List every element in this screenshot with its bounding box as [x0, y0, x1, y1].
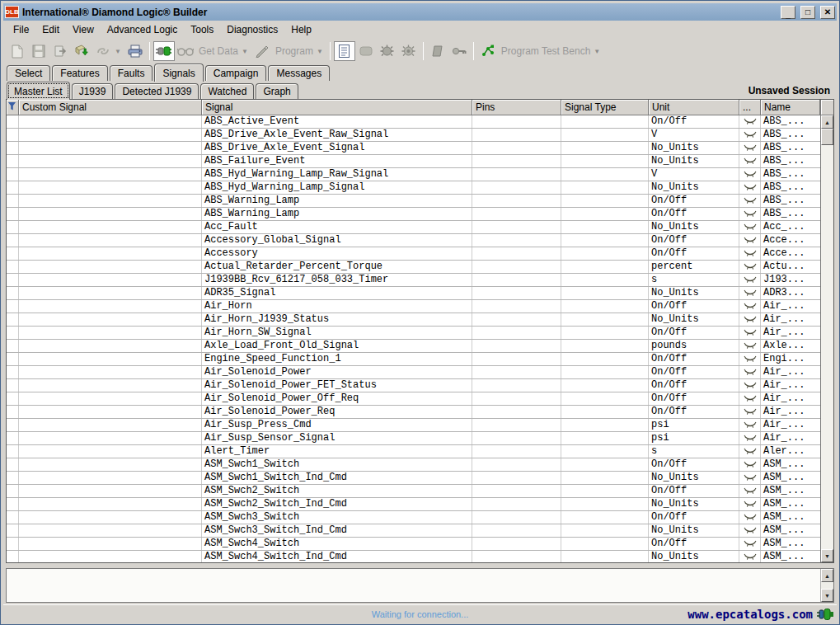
table-row[interactable]: Actual_Retarder_Percent_Torquepercent Ac…: [7, 261, 820, 274]
watch-toggle[interactable]: [739, 274, 761, 286]
get-data-dropdown-caret[interactable]: ▼: [242, 48, 248, 55]
table-row[interactable]: ADR35_SignalNo_Units ADR3...: [7, 287, 820, 300]
watch-toggle[interactable]: [739, 287, 761, 299]
maximize-button[interactable]: □: [800, 6, 815, 19]
watch-toggle[interactable]: [739, 168, 761, 181]
table-row[interactable]: Engine_Speed_Function_1On/Off Engi...: [7, 353, 820, 366]
watch-toggle[interactable]: [739, 406, 761, 418]
filter-header-cell[interactable]: [7, 100, 19, 115]
table-row[interactable]: ABS_Hyd_Warning_Lamp_Raw_SignalV ABS_...: [7, 168, 820, 181]
sync-button[interactable]: [92, 41, 114, 61]
connect-button[interactable]: [153, 41, 175, 61]
table-row[interactable]: ABS_Drive_Axle_Event_SignalNo_Units ABS_…: [7, 142, 820, 155]
menu-tools[interactable]: Tools: [184, 21, 220, 38]
program-dropdown-caret[interactable]: ▼: [317, 48, 323, 55]
erase-button[interactable]: [427, 41, 448, 61]
watch-toggle[interactable]: [739, 472, 761, 484]
menu-file[interactable]: File: [7, 21, 35, 38]
key-button[interactable]: [448, 41, 470, 61]
table-row[interactable]: ABS_Warning_LampOn/Off ABS_...: [7, 195, 820, 208]
column-header-unit[interactable]: Unit: [649, 100, 739, 115]
new-session-button[interactable]: [7, 41, 28, 61]
table-row[interactable]: ABS_Drive_Axle_Event_Raw_SignalV ABS_...: [7, 129, 820, 142]
table-row[interactable]: Air_Solenoid_Power_Off_ReqOn/Off Air_...: [7, 392, 820, 406]
table-row[interactable]: Air_Solenoid_Power_FET_StatusOn/Off Air_…: [7, 379, 820, 392]
table-row[interactable]: ABS_Warning_LampOn/Off ABS_...: [7, 208, 820, 221]
debug-button-1[interactable]: [377, 41, 398, 61]
watch-toggle[interactable]: [739, 511, 761, 524]
watch-toggle[interactable]: [739, 498, 761, 510]
raw-view-button[interactable]: [355, 41, 377, 61]
sync-dropdown-caret[interactable]: ▼: [115, 48, 121, 55]
watch-toggle[interactable]: [739, 155, 761, 167]
document-view-button[interactable]: [334, 41, 355, 61]
get-data-label[interactable]: Get Data: [199, 45, 238, 57]
tab-features[interactable]: Features: [52, 65, 107, 81]
watch-toggle[interactable]: [739, 551, 761, 562]
program-test-bench-dropdown-caret[interactable]: ▼: [594, 48, 600, 55]
table-row[interactable]: ASM_Swch1_SwitchOn/Off ASM_...: [7, 458, 820, 472]
watch-toggle[interactable]: [739, 115, 761, 128]
menu-advanced-logic[interactable]: Advanced Logic: [101, 21, 184, 38]
watch-toggle[interactable]: [739, 195, 761, 207]
column-header-watch[interactable]: ...: [739, 100, 761, 115]
tab-campaign[interactable]: Campaign: [205, 65, 267, 81]
table-row[interactable]: ABS_Failure_EventNo_Units ABS_...: [7, 155, 820, 168]
subtab-master-list[interactable]: Master List: [7, 82, 70, 100]
column-header-signal-type[interactable]: Signal Type: [561, 100, 649, 115]
watch-toggle[interactable]: [739, 234, 761, 247]
refresh-data-button[interactable]: [71, 41, 92, 61]
table-row[interactable]: Axle_Load_Front_Old_Signalpounds Axle...: [7, 340, 820, 353]
table-row[interactable]: ASM_Swch4_Switch_Ind_CmdNo_Units ASM_...: [7, 551, 820, 562]
subtab-watched[interactable]: Watched: [200, 83, 254, 99]
table-row[interactable]: Accessory_Global_SignalOn/Off Acce...: [7, 234, 820, 247]
watch-toggle[interactable]: [739, 485, 761, 497]
watch-toggle[interactable]: [739, 261, 761, 273]
minimize-button[interactable]: _: [781, 6, 795, 19]
menu-help[interactable]: Help: [284, 21, 318, 38]
program-test-bench-label[interactable]: Program Test Bench: [501, 45, 591, 57]
watch-toggle[interactable]: [739, 353, 761, 365]
scrollbar-track[interactable]: [821, 145, 833, 549]
column-header-custom-signal[interactable]: Custom Signal: [19, 100, 202, 115]
message-scroll-up-button[interactable]: ▲: [821, 569, 833, 582]
message-scroll-down-button[interactable]: ▼: [821, 589, 833, 602]
watch-toggle[interactable]: [739, 327, 761, 339]
column-header-signal[interactable]: Signal: [202, 100, 472, 115]
tab-select[interactable]: Select: [7, 65, 50, 81]
table-row[interactable]: ASM_Swch4_SwitchOn/Off ASM_...: [7, 538, 820, 551]
table-row[interactable]: AccessoryOn/Off Acce...: [7, 247, 820, 261]
scroll-down-button[interactable]: ▼: [821, 549, 833, 562]
watch-toggle[interactable]: [739, 445, 761, 458]
tab-signals[interactable]: Signals: [154, 63, 203, 82]
export-button[interactable]: [49, 41, 71, 61]
table-row[interactable]: J1939BB_Rcv_61217_058_033_Timers J193...: [7, 274, 820, 287]
menu-edit[interactable]: Edit: [35, 21, 66, 38]
scrollbar-thumb[interactable]: [821, 129, 833, 145]
watch-toggle[interactable]: [739, 538, 761, 550]
save-session-button[interactable]: [28, 41, 49, 61]
get-data-button[interactable]: [175, 41, 196, 61]
watch-toggle[interactable]: [739, 208, 761, 220]
table-row[interactable]: Air_Horn_J1939_StatusNo_Units Air_...: [7, 313, 820, 327]
watch-toggle[interactable]: [739, 221, 761, 233]
column-header-pins[interactable]: Pins: [472, 100, 561, 115]
program-label[interactable]: Program: [275, 45, 313, 57]
watch-toggle[interactable]: [739, 366, 761, 378]
tab-messages[interactable]: Messages: [268, 65, 330, 81]
table-row[interactable]: ASM_Swch2_SwitchOn/Off ASM_...: [7, 485, 820, 498]
scroll-up-button[interactable]: ▲: [821, 115, 833, 129]
table-row[interactable]: ASM_Swch2_Switch_Ind_CmdNo_Units ASM_...: [7, 498, 820, 511]
watch-toggle[interactable]: [739, 313, 761, 326]
watch-toggle[interactable]: [739, 142, 761, 154]
table-row[interactable]: Air_Solenoid_PowerOn/Off Air_...: [7, 366, 820, 379]
message-scrollbar-track[interactable]: [821, 582, 833, 589]
watch-toggle[interactable]: [739, 300, 761, 312]
watch-toggle[interactable]: [739, 340, 761, 352]
program-test-bench-button[interactable]: [477, 41, 499, 61]
watch-toggle[interactable]: [739, 458, 761, 471]
table-row[interactable]: ASM_Swch3_SwitchOn/Off ASM_...: [7, 511, 820, 524]
table-row[interactable]: ASM_Swch1_Switch_Ind_CmdNo_Units ASM_...: [7, 472, 820, 485]
debug-button-2[interactable]: [398, 41, 420, 61]
column-header-name[interactable]: Name: [761, 100, 820, 115]
